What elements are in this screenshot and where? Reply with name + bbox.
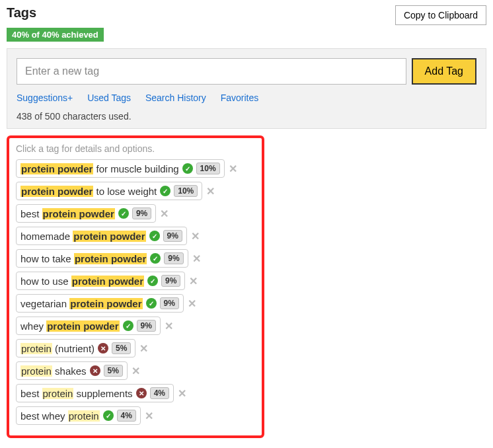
- remove-tag-button[interactable]: ✕: [139, 343, 148, 354]
- tag-text: best protein powder: [20, 208, 115, 219]
- tag-text: how to use protein powder: [20, 276, 144, 287]
- tag-input-panel: Add Tag Suggestions+ Used Tags Search Hi…: [7, 48, 486, 129]
- check-icon: ✓: [146, 298, 157, 309]
- remove-tag-button[interactable]: ✕: [145, 410, 153, 422]
- favorites-link[interactable]: Favorites: [221, 93, 259, 103]
- percent-badge: 5%: [112, 342, 131, 354]
- tag-pill[interactable]: vegetarian protein powder✓9%: [16, 294, 184, 313]
- tag-pill[interactable]: how to take protein powder✓9%: [16, 249, 188, 268]
- tags-hint: Click a tag for details and options.: [16, 143, 255, 154]
- x-icon: ✕: [136, 388, 147, 398]
- tag-pill[interactable]: protein shakes✕5%: [16, 361, 128, 380]
- tag-row: protein (nutrient)✕5%✕: [16, 339, 255, 357]
- copy-to-clipboard-button[interactable]: Copy to Clipboard: [395, 5, 486, 25]
- x-icon: ✕: [98, 343, 108, 354]
- check-icon: ✓: [182, 163, 193, 174]
- tag-text: vegetarian protein powder: [20, 298, 143, 309]
- remove-tag-button[interactable]: ✕: [229, 163, 237, 174]
- tag-pill[interactable]: homemade protein powder✓9%: [16, 227, 187, 245]
- remove-tag-button[interactable]: ✕: [188, 298, 196, 309]
- percent-badge: 4%: [117, 410, 136, 422]
- percent-badge: 5%: [104, 365, 123, 377]
- check-icon: ✓: [150, 253, 161, 264]
- remove-tag-button[interactable]: ✕: [192, 253, 201, 264]
- tag-pill[interactable]: protein (nutrient)✕5%: [16, 339, 135, 357]
- remove-tag-button[interactable]: ✕: [191, 231, 200, 242]
- tag-text: protein powder for muscle building: [20, 163, 179, 174]
- percent-badge: 9%: [137, 320, 156, 332]
- percent-badge: 4%: [150, 387, 169, 399]
- tag-row: best protein powder✓9%✕: [16, 204, 255, 223]
- remove-tag-button[interactable]: ✕: [160, 208, 169, 219]
- x-icon: ✕: [90, 365, 100, 376]
- characters-used-label: 438 of 500 characters used.: [17, 111, 476, 122]
- remove-tag-button[interactable]: ✕: [206, 186, 215, 197]
- tag-row: how to take protein powder✓9%✕: [16, 249, 255, 268]
- check-icon: ✓: [160, 186, 171, 196]
- tag-text: best whey protein: [20, 410, 100, 422]
- check-icon: ✓: [147, 276, 158, 286]
- tag-text: homemade protein powder: [20, 231, 146, 242]
- tag-pill[interactable]: best protein powder✓9%: [16, 204, 156, 223]
- remove-tag-button[interactable]: ✕: [178, 388, 186, 399]
- tag-pill[interactable]: protein powder to lose weight✓10%: [16, 182, 202, 200]
- tag-text: protein (nutrient): [20, 343, 95, 354]
- tag-row: vegetarian protein powder✓9%✕: [16, 294, 255, 313]
- tag-text: how to take protein powder: [20, 253, 147, 264]
- tag-row: homemade protein powder✓9%✕: [16, 227, 255, 245]
- tag-row: protein powder to lose weight✓10%✕: [16, 182, 255, 200]
- percent-badge: 10%: [196, 163, 220, 174]
- percent-badge: 9%: [161, 275, 180, 287]
- achieved-badge: 40% of 40% achieved: [7, 28, 104, 42]
- tag-text: protein shakes: [20, 365, 87, 377]
- suggestions-link[interactable]: Suggestions+: [17, 93, 73, 103]
- page-title: Tags: [7, 5, 36, 20]
- search-history-link[interactable]: Search History: [145, 93, 206, 103]
- tag-pill[interactable]: protein powder for muscle building✓10%: [16, 159, 225, 178]
- add-tag-button[interactable]: Add Tag: [412, 58, 476, 85]
- used-tags-link[interactable]: Used Tags: [87, 93, 131, 103]
- tag-text: protein powder to lose weight: [20, 186, 157, 197]
- check-icon: ✓: [149, 231, 160, 241]
- tag-input[interactable]: [17, 58, 406, 85]
- tags-list-box: Click a tag for details and options. pro…: [7, 135, 264, 438]
- links-row: Suggestions+ Used Tags Search History Fa…: [17, 93, 476, 103]
- percent-badge: 10%: [174, 185, 198, 197]
- tag-row: best protein supplements✕4%✕: [16, 384, 255, 402]
- tag-row: protein powder for muscle building✓10%✕: [16, 159, 255, 178]
- check-icon: ✓: [123, 320, 133, 331]
- remove-tag-button[interactable]: ✕: [165, 320, 173, 332]
- check-icon: ✓: [118, 208, 129, 219]
- tag-pill[interactable]: whey protein powder✓9%: [16, 317, 161, 335]
- check-icon: ✓: [103, 410, 114, 421]
- tag-row: whey protein powder✓9%✕: [16, 317, 255, 335]
- percent-badge: 9%: [163, 230, 182, 242]
- tag-pill[interactable]: how to use protein powder✓9%: [16, 272, 185, 290]
- tag-pill[interactable]: best whey protein✓4%: [16, 406, 141, 425]
- percent-badge: 9%: [164, 252, 183, 264]
- tag-row: protein shakes✕5%✕: [16, 361, 255, 380]
- remove-tag-button[interactable]: ✕: [189, 276, 198, 287]
- percent-badge: 9%: [132, 207, 151, 219]
- tag-text: whey protein powder: [20, 320, 120, 332]
- tag-pill[interactable]: best protein supplements✕4%: [16, 384, 174, 402]
- percent-badge: 9%: [160, 297, 179, 309]
- tag-text: best protein supplements: [20, 388, 133, 399]
- remove-tag-button[interactable]: ✕: [132, 365, 140, 377]
- tag-row: best whey protein✓4%✕: [16, 406, 255, 425]
- tag-row: how to use protein powder✓9%✕: [16, 272, 255, 290]
